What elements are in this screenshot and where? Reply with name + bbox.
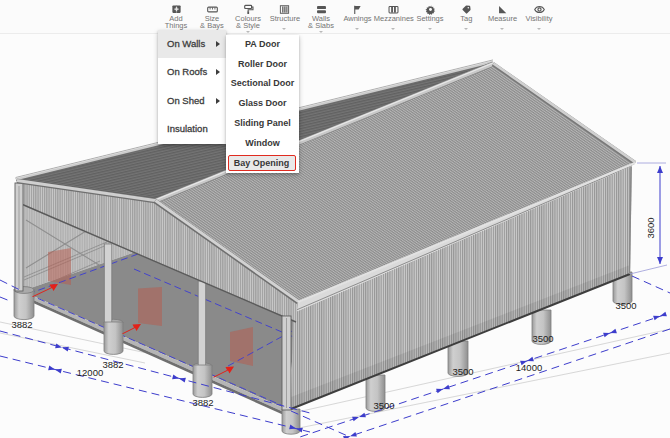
svg-text:14000: 14000 — [516, 362, 542, 373]
svg-text:12000: 12000 — [77, 367, 103, 378]
svg-text:3500: 3500 — [532, 333, 553, 344]
svg-text:3500: 3500 — [373, 400, 394, 411]
svg-text:3882: 3882 — [102, 359, 123, 370]
svg-text:3882: 3882 — [192, 397, 213, 408]
svg-text:3882: 3882 — [11, 319, 32, 330]
svg-text:3500: 3500 — [452, 366, 473, 377]
svg-text:3500: 3500 — [615, 300, 636, 311]
svg-text:3600: 3600 — [645, 217, 656, 238]
